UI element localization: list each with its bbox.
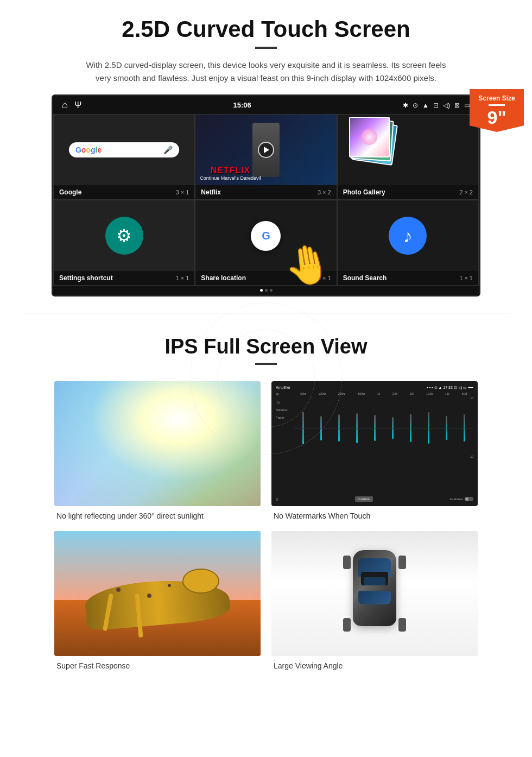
cheetah-visual [54,531,261,656]
signal-icon: ▲ [422,102,429,109]
settings-cell-label: Settings shortcut 1 × 1 [54,271,194,285]
music-note-icon: ♪ [403,225,413,247]
amp-nav-icon: ⟨⟨ [276,497,278,501]
app-grid: Google 🎤 Google 3 × 1 [53,114,479,286]
gps-icon: ⊙ [413,102,418,109]
car-visual [271,531,478,656]
google-app-top: Google 🎤 [54,115,194,185]
share-app-top: G 🤚 [195,200,336,271]
cheetah-image [54,531,261,656]
badge-size: 9" [474,108,520,127]
car-wheel-rl [343,618,351,632]
settings-icon: ⚙ [105,217,143,255]
section-curved-screen: 2.5D Curved Touch Screen With 2.5D curve… [0,0,532,297]
amplifier-label: No Watermarks When Touch [271,512,478,520]
screen-size-badge: Screen Size 9" [470,89,524,132]
gallery-cell-label: Photo Gallery 2 × 2 [338,185,478,199]
netflix-subtitle: Continue Marvel's Daredevil [200,175,261,181]
google-label-size: 3 × 1 [176,189,189,195]
window-icon: ▭ [464,102,470,109]
amp-loudness-control: loudness [450,497,473,501]
netflix-logo: NETFLIX [200,166,261,175]
toggle-knob [465,497,468,501]
google-label-text: Google [59,188,81,196]
screen-mockup-wrapper: Screen Size 9" ⌂ Ψ 15:06 ✱ ⊙ ▲ ⊡ ◁) ⊠ [52,94,480,297]
sound-search-icon: ♪ [389,217,427,255]
car-wheel-rr [398,618,406,632]
status-bar: ⌂ Ψ 15:06 ✱ ⊙ ▲ ⊡ ◁) ⊠ ▭ [53,96,479,114]
car-sunroof [364,577,385,585]
dots-indicator [53,286,479,295]
cheetah-spot-3 [168,584,171,587]
settings-label-size: 1 × 1 [176,275,189,281]
netflix-label-size: 3 × 2 [318,189,331,195]
google-search-bar[interactable]: Google 🎤 [69,142,179,157]
loudness-toggle[interactable] [465,497,473,501]
dot-2 [265,289,268,292]
share-icon-wrap: G [251,221,281,251]
app-cell-google[interactable]: Google 🎤 Google 3 × 1 [53,114,195,200]
device-screen: ⌂ Ψ 15:06 ✱ ⊙ ▲ ⊡ ◁) ⊠ ▭ [52,94,480,297]
gallery-label-text: Photo Gallery [343,188,385,196]
eq-scale-low: -10 [294,455,473,458]
mic-icon: 🎤 [163,146,173,154]
badge-label: Screen Size [474,94,520,102]
usb-icon: Ψ [74,100,81,110]
title-underline [255,47,277,49]
sound-label-size: 1 × 1 [459,275,473,281]
app-cell-sound[interactable]: ♪ Sound Search 1 × 1 [337,200,479,286]
netflix-cell-label: Netflix 3 × 2 [195,185,336,199]
cheetah-spot-2 [147,594,151,598]
app-cell-gallery[interactable]: Photo Gallery 2 × 2 [337,114,479,200]
dot-1 [260,289,263,292]
camera-icon: ⊡ [433,102,439,109]
feature-grid: No light reflecting under 360° direct su… [33,381,499,670]
feature-cheetah: Super Fast Response [54,531,261,670]
volume-icon: ◁) [443,102,450,109]
hand-touch-icon: 🤚 [280,239,334,286]
settings-app-top: ⚙ [54,200,194,271]
netflix-app-top: NETFLIX Continue Marvel's Daredevil [195,115,336,185]
section1-title: 2.5D Curved Touch Screen [33,16,499,42]
share-label-text: Share location [201,274,246,282]
app-cell-netflix[interactable]: NETFLIX Continue Marvel's Daredevil Netf… [195,114,337,200]
settings-label-text: Settings shortcut [59,274,113,282]
amp-time: ▪ ▪ ▪ ⊙ ▲ 17:33 ⊡ ◁) ▭ ⟵ [427,386,473,390]
google-cell-label: Google 3 × 1 [54,185,194,199]
car-body [353,550,396,626]
flower-graphic [361,129,377,145]
play-triangle-icon [264,147,269,153]
play-button[interactable] [258,142,274,158]
netflix-label-text: Netflix [201,188,221,196]
sound-label-text: Sound Search [343,274,387,282]
home-icon: ⌂ [62,99,68,111]
app-cell-settings[interactable]: ⚙ Settings shortcut 1 × 1 [53,200,195,286]
status-time: 15:06 [233,101,251,109]
bluetooth-icon: ✱ [403,102,408,109]
section-ips: IPS Full Screen View No light reflecting… [0,330,532,681]
section1-description: With 2.5D curved-display screen, this de… [81,59,451,85]
gear-icon: ⚙ [116,225,132,246]
cheetah-label: Super Fast Response [54,661,261,670]
sound-cell-label: Sound Search 1 × 1 [338,271,478,285]
car-rear-window [358,591,391,604]
app-cell-share[interactable]: G 🤚 Share location 1 × 1 [195,200,337,286]
cheetah-head [182,569,219,594]
cheetah-spot-1 [116,588,121,592]
gallery-app-top [338,115,478,185]
car-wheel-fl [343,556,351,569]
car-wheel-fr [398,556,406,569]
google-maps-icon: G [251,221,281,251]
google-logo: Google [75,146,102,154]
netflix-overlay-label: NETFLIX Continue Marvel's Daredevil [200,166,261,181]
dot-3 [270,289,273,292]
car-top-view [347,550,402,637]
gallery-card-front [349,117,390,157]
feature-car: Large Viewing Angle [271,531,478,670]
close-icon: ⊠ [454,102,460,109]
status-left-icons: ⌂ Ψ [62,99,81,111]
status-right-icons: ✱ ⊙ ▲ ⊡ ◁) ⊠ ▭ [403,102,470,109]
amp-custom-button[interactable]: Custom [355,496,373,502]
car-image [271,531,478,656]
sound-app-top: ♪ [338,200,478,271]
